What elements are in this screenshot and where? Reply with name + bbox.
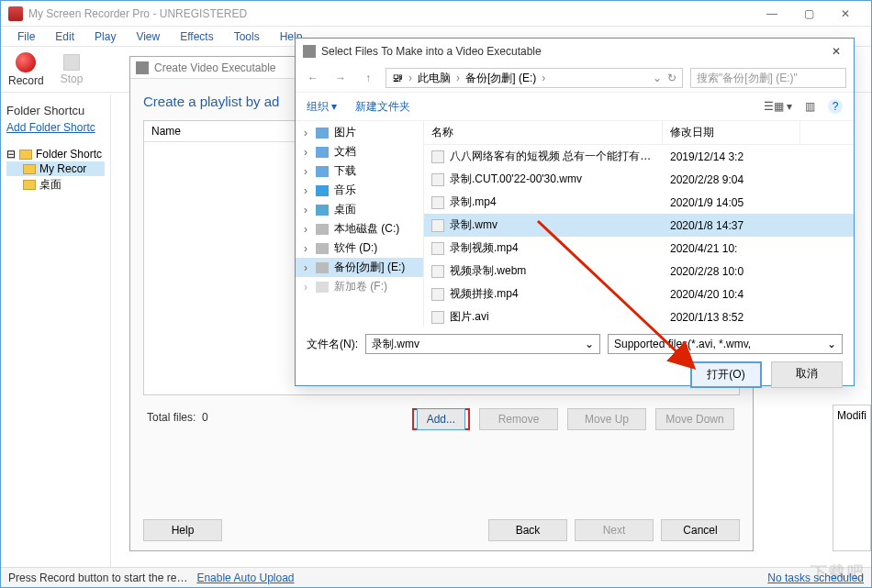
open-button[interactable]: 打开(O) xyxy=(690,361,762,388)
file-name: 录制视频.mp4 xyxy=(450,241,519,254)
enable-auto-upload-link[interactable]: Enable Auto Upload xyxy=(196,571,294,584)
folder-tree[interactable]: ⊟Folder Shortc My Recor 桌面 xyxy=(6,147,105,194)
view-mode-button[interactable]: ☰▦ ▾ xyxy=(764,100,792,113)
close-button[interactable]: ✕ xyxy=(827,4,864,24)
file-dialog-title: Select Files To Make into a Video Execut… xyxy=(321,45,826,58)
file-row[interactable]: 录制视频.mp42020/4/21 10: xyxy=(424,237,854,260)
file-date: 2020/1/8 14:37 xyxy=(663,217,800,234)
organize-menu[interactable]: 组织 ▾ xyxy=(307,99,337,115)
pictures-icon xyxy=(316,128,329,139)
nav-forward-icon[interactable]: → xyxy=(330,68,351,88)
back-button[interactable]: Back xyxy=(488,519,567,541)
breadcrumb[interactable]: 🖳 › 此电脑 › 备份[勿删] (E:) › ⌄ ↻ xyxy=(386,68,683,88)
file-row[interactable]: 录制.mp42020/1/9 14:05 xyxy=(424,191,854,214)
tree-drive-f[interactable]: 新加卷 (F:) xyxy=(334,279,387,294)
file-row[interactable]: 录制.wmv2020/1/8 14:37 xyxy=(424,214,854,237)
nav-up-icon[interactable]: ↑ xyxy=(358,68,378,88)
minimize-button[interactable]: — xyxy=(754,4,790,24)
record-label: Record xyxy=(8,74,44,87)
file-name: 录制.CUT.00'22-00'30.wmv xyxy=(450,172,582,185)
downloads-icon xyxy=(316,166,329,177)
tree-drive-e[interactable]: 备份[勿删] (E:) xyxy=(334,260,405,275)
file-icon xyxy=(431,288,444,301)
add-button-highlight: Add... xyxy=(412,408,470,430)
remove-button[interactable]: Remove xyxy=(479,408,558,430)
total-files-value: 0 xyxy=(202,411,208,424)
moveup-button[interactable]: Move Up xyxy=(567,408,646,430)
file-row[interactable]: 录制.CUT.00'22-00'30.wmv2020/2/28 9:04 xyxy=(424,168,854,191)
file-open-dialog: Select Files To Make into a Video Execut… xyxy=(295,38,855,386)
help-button[interactable]: Help xyxy=(143,519,222,541)
file-date: 2020/1/9 14:05 xyxy=(663,194,800,211)
playlist-title: Create Video Executable xyxy=(154,61,276,74)
file-list[interactable]: 八八网络客有的短视频 总有一个能打有…2019/12/14 3:2录制.CUT.… xyxy=(424,145,854,327)
nav-tree[interactable]: ›图片 ›文档 ›下载 ›音乐 ›桌面 ›本地磁盘 (C:) ›软件 (D:) … xyxy=(296,121,424,327)
stop-button[interactable]: Stop xyxy=(61,54,84,85)
crumb-pc[interactable]: 此电脑 xyxy=(418,71,451,86)
tree-desktop[interactable]: 桌面 xyxy=(39,177,61,193)
preview-pane-icon[interactable]: ▥ xyxy=(805,100,815,113)
close-icon[interactable]: ✕ xyxy=(826,45,846,58)
tree-root[interactable]: Folder Shortc xyxy=(36,148,102,161)
file-icon xyxy=(431,311,444,324)
file-row[interactable]: 图片.avi2020/1/13 8:52 xyxy=(424,305,854,327)
tree-drive-c[interactable]: 本地磁盘 (C:) xyxy=(334,221,399,237)
menu-tools[interactable]: Tools xyxy=(225,28,269,45)
documents-icon xyxy=(316,147,329,158)
maximize-button[interactable]: ▢ xyxy=(790,4,827,24)
modified-column-fragment: Modifi xyxy=(833,405,871,551)
help-icon[interactable]: ? xyxy=(828,99,843,114)
refresh-icon[interactable]: ↻ xyxy=(667,72,676,84)
menu-effects[interactable]: Effects xyxy=(171,28,222,45)
new-folder-button[interactable]: 新建文件夹 xyxy=(355,99,410,115)
file-name: 图片.avi xyxy=(450,310,489,323)
menu-edit[interactable]: Edit xyxy=(46,28,84,45)
file-row[interactable]: 八八网络客有的短视频 总有一个能打有…2019/12/14 3:2 xyxy=(424,145,854,168)
chevron-down-icon[interactable]: ⌄ xyxy=(827,338,836,350)
filetype-select[interactable]: Supported files(*.avi, *.wmv, ⌄ xyxy=(608,334,843,354)
file-name: 八八网络客有的短视频 总有一个能打有… xyxy=(450,150,651,162)
nav-back-icon[interactable]: ← xyxy=(303,68,323,88)
next-button[interactable]: Next xyxy=(575,519,654,541)
chevron-down-icon[interactable]: ⌄ xyxy=(585,338,594,350)
file-icon xyxy=(431,242,444,255)
tree-documents[interactable]: 文档 xyxy=(334,144,356,160)
filename-input[interactable]: 录制.wmv ⌄ xyxy=(365,334,600,354)
menu-play[interactable]: Play xyxy=(85,28,125,45)
menu-file[interactable]: File xyxy=(8,28,44,45)
statusbar: Press Record button to start the re… Ena… xyxy=(1,567,871,587)
tree-pictures[interactable]: 图片 xyxy=(334,125,356,140)
col-date[interactable]: 修改日期 xyxy=(663,121,800,144)
music-icon xyxy=(316,185,329,196)
chevron-down-icon[interactable]: ⌄ xyxy=(653,72,662,84)
record-button[interactable]: Record xyxy=(8,52,44,87)
cancel-open-button[interactable]: 取消 xyxy=(771,361,843,388)
dialog-icon xyxy=(136,61,149,74)
stop-icon xyxy=(63,54,80,71)
main-titlebar: My Screen Recorder Pro - UNREGISTERED — … xyxy=(1,1,871,27)
tree-music[interactable]: 音乐 xyxy=(334,183,356,198)
col-filename[interactable]: 名称 xyxy=(424,121,663,144)
file-row[interactable]: 视频录制.webm2020/2/28 10:0 xyxy=(424,260,854,283)
menu-view[interactable]: View xyxy=(127,28,169,45)
tree-my-recordings[interactable]: My Recor xyxy=(39,162,86,175)
app-title: My Screen Recorder Pro - UNREGISTERED xyxy=(28,7,754,20)
movedown-button[interactable]: Move Down xyxy=(655,408,734,430)
file-row[interactable]: 视频拼接.mp42020/4/20 10:4 xyxy=(424,283,854,305)
file-name: 录制.wmv xyxy=(450,218,497,231)
add-folder-shortcut-link[interactable]: Add Folder Shortc xyxy=(6,121,105,134)
folder-icon xyxy=(23,180,36,190)
file-icon xyxy=(431,219,444,232)
file-date: 2020/2/28 10:0 xyxy=(663,263,800,280)
crumb-drive[interactable]: 备份[勿删] (E:) xyxy=(465,71,536,86)
add-button[interactable]: Add... xyxy=(417,408,465,430)
search-input[interactable]: 搜索"备份[勿删] (E:)" xyxy=(690,68,846,88)
tree-drive-d[interactable]: 软件 (D:) xyxy=(334,240,377,256)
cancel-button[interactable]: Cancel xyxy=(661,519,740,541)
tree-desktop-drive[interactable]: 桌面 xyxy=(334,202,356,217)
file-date: 2019/12/14 3:2 xyxy=(663,149,800,165)
app-icon xyxy=(8,6,23,21)
file-date: 2020/4/20 10:4 xyxy=(663,286,800,303)
status-text: Press Record button to start the re… xyxy=(8,571,187,584)
tree-downloads[interactable]: 下载 xyxy=(334,163,356,179)
